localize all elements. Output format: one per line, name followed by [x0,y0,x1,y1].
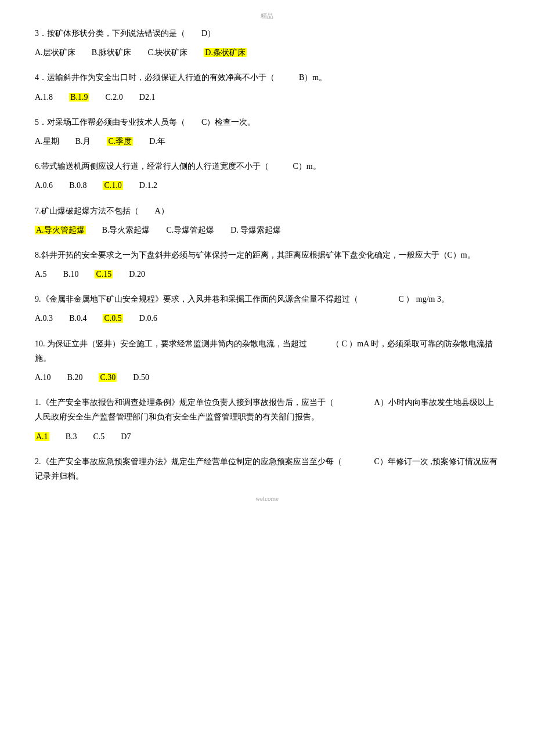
option-q7-1: B.导火索起爆 [102,223,150,237]
questions-container: 3．按矿体形状分类，下列说法错误的是（ D）A.层状矿床B.脉状矿床C.块状矿床… [35,26,499,483]
question-text-q7: 7.矿山爆破起爆方法不包括（ A） [35,204,499,218]
option-highlight-q9-2: C.0.5 [103,314,122,323]
option-highlight-q11-0: A.1 [35,432,49,441]
question-text-q5: 5．对采场工作帮必须由专业技术人员每（ C）检查一次。 [35,115,499,129]
option-q4-1: B.1.9 [69,90,89,104]
question-text-q3: 3．按矿体形状分类，下列说法错误的是（ D） [35,26,499,41]
question-block-q7: 7.矿山爆破起爆方法不包括（ A）A.导火管起爆B.导火索起爆C.导爆管起爆D.… [35,204,499,237]
option-q9-0: A.0.3 [35,311,53,325]
option-q6-2: C.1.0 [103,178,122,193]
option-q10-2: C.30 [99,370,117,385]
option-q3-0: A.层状矿床 [35,45,75,60]
option-highlight-q5-2: C.季度 [107,137,133,146]
option-q7-2: C.导爆管起爆 [166,223,214,237]
watermark-bottom: welcome [35,495,499,502]
option-q4-3: D2.1 [139,90,156,104]
option-q5-1: B.月 [75,134,91,149]
option-highlight-q4-1: B.1.9 [69,93,89,102]
option-q6-3: D.1.2 [139,178,157,193]
option-q6-1: B.0.8 [69,178,86,193]
question-text-q12: 2.《生产安全事故应急预案管理办法》规定生产经营单位制定的应急预案应当至少每（ … [35,454,499,483]
question-text-q11: 1.《生产安全事故报告和调查处理条例》规定单位负责人接到事故报告后，应当于（ A… [35,395,499,424]
question-text-q10: 10. 为保证立井（竖井）安全施工，要求经常监测井筒内的杂散电流，当超过 （ C… [35,337,499,366]
options-row-q10: A.10B.20C.30D.50 [35,370,499,385]
question-block-q9: 9.《金属非金属地下矿山安全规程》要求，入风井巷和采掘工作面的风源含尘量不得超过… [35,292,499,325]
option-q8-3: D.20 [129,267,145,281]
option-q6-0: A.0.6 [35,178,53,193]
options-row-q8: A.5B.10C.15D.20 [35,267,499,281]
option-highlight-q7-0: A.导火管起爆 [35,226,86,234]
option-highlight-q10-2: C.30 [99,373,117,382]
option-q7-3: D. 导爆索起爆 [230,223,281,237]
question-block-q10: 10. 为保证立井（竖井）安全施工，要求经常监测井筒内的杂散电流，当超过 （ C… [35,337,499,385]
option-highlight-q6-2: C.1.0 [103,181,122,190]
option-q3-3: D.条状矿床 [204,45,247,60]
question-block-q12: 2.《生产安全事故应急预案管理办法》规定生产经营单位制定的应急预案应当至少每（ … [35,454,499,483]
option-q5-2: C.季度 [107,134,133,149]
option-q10-1: B.20 [67,370,83,385]
question-block-q8: 8.斜井开拓的安全要求之一为下盘斜井必须与矿体保持一定的距离，其距离应根据矿体下… [35,248,499,281]
options-row-q4: A.1.8B.1.9C.2.0D2.1 [35,90,499,104]
option-q3-1: B.脉状矿床 [92,45,132,60]
option-q11-2: C.5 [93,429,104,444]
options-row-q3: A.层状矿床B.脉状矿床C.块状矿床D.条状矿床 [35,45,499,60]
option-q8-2: C.15 [95,267,113,281]
question-text-q6: 6.带式输送机两侧应设人行道，经常行人侧的人行道宽度不小于（ C）m。 [35,159,499,173]
option-q3-2: C.块状矿床 [147,45,187,60]
option-q5-3: D.年 [149,134,165,149]
question-block-q5: 5．对采场工作帮必须由专业技术人员每（ C）检查一次。A.星期B.月C.季度D.… [35,115,499,149]
option-q7-0: A.导火管起爆 [35,223,86,237]
option-q9-2: C.0.5 [103,311,122,325]
option-q9-3: D.0.6 [139,311,157,325]
options-row-q9: A.0.3B.0.4C.0.5D.0.6 [35,311,499,325]
question-text-q8: 8.斜井开拓的安全要求之一为下盘斜井必须与矿体保持一定的距离，其距离应根据矿体下… [35,248,499,262]
question-block-q6: 6.带式输送机两侧应设人行道，经常行人侧的人行道宽度不小于（ C）m。A.0.6… [35,159,499,193]
question-block-q4: 4．运输斜井作为安全出口时，必须保证人行道的有效净高不小于（ B）m。A.1.8… [35,70,499,104]
option-q8-1: B.10 [63,267,79,281]
question-text-q9: 9.《金属非金属地下矿山安全规程》要求，入风井巷和采掘工作面的风源含尘量不得超过… [35,292,499,306]
option-q10-0: A.10 [35,370,51,385]
option-q4-0: A.1.8 [35,90,53,104]
option-q11-0: A.1 [35,429,49,444]
option-q10-3: D.50 [133,370,149,385]
option-q8-0: A.5 [35,267,47,281]
options-row-q7: A.导火管起爆B.导火索起爆C.导爆管起爆D. 导爆索起爆 [35,223,499,237]
option-q4-2: C.2.0 [105,90,122,104]
option-highlight-q8-2: C.15 [95,270,113,278]
option-q5-0: A.星期 [35,134,59,149]
options-row-q11: A.1B.3C.5D7 [35,429,499,444]
options-row-q5: A.星期B.月C.季度D.年 [35,134,499,149]
option-highlight-q3-3: D.条状矿床 [204,48,247,57]
option-q9-1: B.0.4 [69,311,86,325]
question-block-q11: 1.《生产安全事故报告和调查处理条例》规定单位负责人接到事故报告后，应当于（ A… [35,395,499,444]
option-q11-3: D7 [121,429,131,444]
options-row-q6: A.0.6B.0.8C.1.0D.1.2 [35,178,499,193]
question-block-q3: 3．按矿体形状分类，下列说法错误的是（ D）A.层状矿床B.脉状矿床C.块状矿床… [35,26,499,60]
question-text-q4: 4．运输斜井作为安全出口时，必须保证人行道的有效净高不小于（ B）m。 [35,70,499,85]
watermark-top: 精品 [35,12,499,20]
option-q11-1: B.3 [66,429,77,444]
